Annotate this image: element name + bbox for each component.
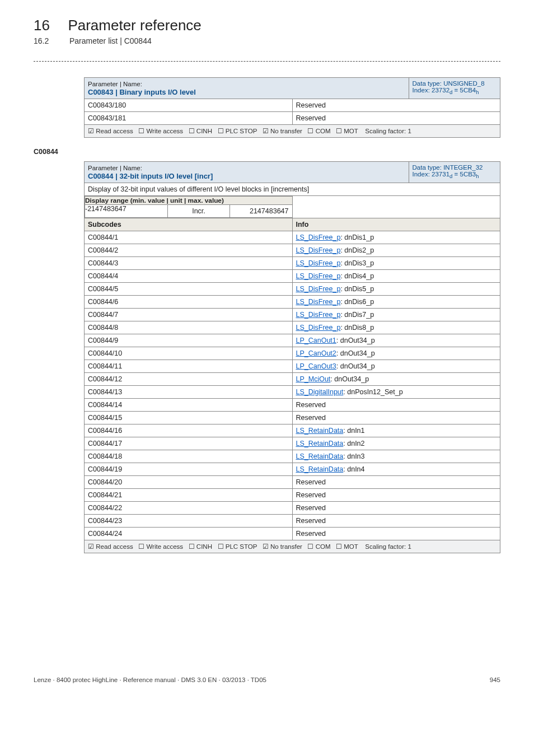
param-row-code: C00843/180 [85,99,293,112]
info-cell: LP_CanOut3: dnOut34_p [292,360,500,373]
subcode-cell: C00844/2 [85,244,293,257]
info-cell: LS_DigitalInput: dnPosIn12_Set_p [292,386,500,399]
chapter-title: Parameter reference [68,17,201,34]
info-cell: LS_RetainData: dnIn4 [292,463,500,476]
info-link[interactable]: LP_MciOut [296,375,331,383]
info-suffix: : dnDis1_p [340,234,374,241]
chapter-number: 16 [34,17,50,34]
param-table-c00844: Parameter | Name: C00844 | 32-bit inputs… [84,161,500,553]
info-link[interactable]: LS_DisFree_p [296,234,341,241]
subcode-cell: C00844/17 [85,437,293,450]
info-link[interactable]: LP_CanOut3 [296,362,336,370]
info-suffix: : dnDis7_p [340,311,374,319]
info-link[interactable]: LS_RetainData [296,452,344,460]
info-suffix: : dnDis4_p [340,272,374,280]
info-suffix: : dnDis5_p [340,285,374,293]
info-suffix: : dnOut34_p [336,349,375,357]
info-cell: LP_CanOut1: dnOut34_p [292,334,500,347]
info-cell: Reserved [292,412,500,424]
subcode-cell: C00844/4 [85,270,293,283]
info-suffix: : dnDis6_p [340,298,374,306]
footer-page-number: 945 [490,676,500,683]
info-cell: Reserved [292,489,500,502]
info-link[interactable]: LS_RetainData [296,427,344,435]
subcodes-header: Subcodes [85,218,293,231]
info-link[interactable]: LP_CanOut2 [296,349,336,357]
info-cell: LS_RetainData: dnIn1 [292,424,500,437]
subcode-cell: C00844/21 [85,489,293,502]
subcode-cell: C00844/14 [85,399,293,412]
param-header-name: C00843 | Binary inputs I/O level [88,88,196,96]
subcode-cell: C00844/11 [85,360,293,373]
info-link[interactable]: LS_DisFree_p [296,285,341,293]
info-link[interactable]: LP_CanOut1 [296,337,336,344]
info-suffix: : dnIn1 [343,427,364,435]
info-suffix: : dnOut34_p [336,337,375,344]
display-range-label: Display range (min. value | unit | max. … [85,197,224,204]
info-suffix: : dnOut34_p [330,375,369,383]
subcode-cell: C00844/6 [85,296,293,309]
subcode-cell: C00844/9 [85,334,293,347]
info-cell: LS_DisFree_p: dnDis3_p [292,257,500,270]
subcode-cell: C00844/8 [85,321,293,334]
info-suffix: : dnOut34_p [336,362,375,370]
range-max: 2147483647 [230,205,292,218]
info-suffix: : dnIn4 [343,465,364,473]
info-suffix: : dnDis3_p [340,259,374,267]
info-cell: Reserved [292,476,500,489]
info-link[interactable]: LS_DisFree_p [296,259,341,267]
info-link[interactable]: LS_DisFree_p [296,311,341,319]
param-row-value: Reserved [292,99,500,112]
param-index: Index: 23731d = 5CB3h [413,171,479,178]
info-link[interactable]: LS_RetainData [296,440,344,447]
info-cell: Reserved [292,399,500,412]
param-index: Index: 23732d = 5CB4h [413,87,479,94]
anchor-c00844: C00844 [34,148,500,156]
param-table-c00843: Parameter | Name: C00843 | Binary inputs… [84,77,500,138]
subcode-cell: C00844/5 [85,283,293,296]
footer-left: Lenze · 8400 protec HighLine · Reference… [34,676,266,683]
range-unit: Incr. [168,205,230,218]
info-link[interactable]: LS_DisFree_p [296,246,341,254]
subcode-cell: C00844/13 [85,386,293,399]
info-cell: LS_DisFree_p: dnDis2_p [292,244,500,257]
info-cell: LP_CanOut2: dnOut34_p [292,347,500,360]
info-cell: LS_RetainData: dnIn2 [292,437,500,450]
subcode-cell: C00844/10 [85,347,293,360]
subcode-cell: C00844/15 [85,412,293,424]
subcode-cell: C00844/22 [85,502,293,515]
subcode-cell: C00844/12 [85,373,293,386]
subcode-cell: C00844/24 [85,528,293,540]
subcode-cell: C00844/7 [85,309,293,321]
info-link[interactable]: LS_DisFree_p [296,272,341,280]
param-datatype: Data type: UNSIGNED_8 [413,80,485,87]
divider [34,61,500,62]
subcode-cell: C00844/18 [85,450,293,463]
info-cell: LP_MciOut: dnOut34_p [292,373,500,386]
info-cell: LS_DisFree_p: dnDis7_p [292,309,500,321]
info-cell: LS_DisFree_p: dnDis6_p [292,296,500,309]
info-cell: LS_DisFree_p: dnDis1_p [292,231,500,244]
info-link[interactable]: LS_DigitalInput [296,388,344,396]
param-description: Display of 32-bit input values of differ… [85,183,500,196]
param-row-code: C00843/181 [85,112,293,125]
info-suffix: : dnIn2 [343,440,364,447]
param-header-label: Parameter | Name: [88,165,142,171]
info-suffix: : dnIn3 [343,452,364,460]
info-cell: LS_DisFree_p: dnDis5_p [292,283,500,296]
subcode-cell: C00844/20 [85,476,293,489]
subcode-cell: C00844/23 [85,515,293,528]
info-suffix: : dnPosIn12_Set_p [343,388,402,396]
range-min: -2147483647 [85,205,168,218]
section-number: 16.2 [34,36,67,45]
info-link[interactable]: LS_DisFree_p [296,324,341,332]
info-link[interactable]: LS_RetainData [296,465,344,473]
info-cell: Reserved [292,528,500,540]
subcode-cell: C00844/16 [85,424,293,437]
param-header-label: Parameter | Name: [88,81,142,87]
param-row-value: Reserved [292,112,500,125]
info-cell: LS_DisFree_p: dnDis8_p [292,321,500,334]
subcode-cell: C00844/3 [85,257,293,270]
info-cell: Reserved [292,502,500,515]
info-link[interactable]: LS_DisFree_p [296,298,341,306]
